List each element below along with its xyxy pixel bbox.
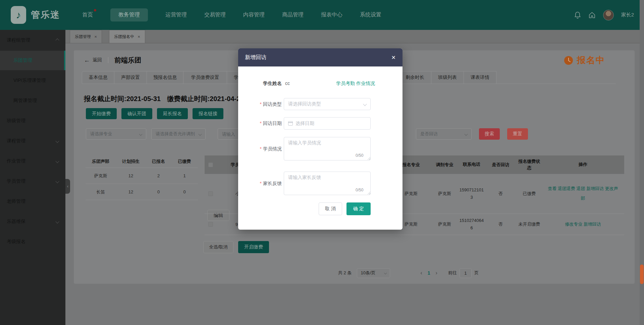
- situation-label: *学员情况: [238, 137, 282, 160]
- bell-icon[interactable]: [574, 11, 581, 19]
- sidebar-item-teacher-mgmt[interactable]: 老师管理: [0, 192, 65, 211]
- chevron-down-icon: [55, 159, 59, 163]
- next-page-button[interactable]: ›: [432, 270, 441, 276]
- home-icon[interactable]: [588, 11, 596, 19]
- tab-schedule-detail[interactable]: 课表详情: [464, 71, 496, 84]
- adjust-select[interactable]: 请选择是否允许调剂: [151, 128, 206, 140]
- student-name-label: 学生姓名: [238, 81, 282, 87]
- table-row[interactable]: 萨克斯 12 2 1: [86, 168, 198, 184]
- sidebar: 课程组管理 乐团管理 VIP/乐理课管理 网管课管理 班级管理 课程管理 作业管…: [0, 30, 65, 325]
- per-page-select[interactable]: 10条/页: [357, 268, 390, 278]
- deadline-text: 报名截止时间:2021-05-31 缴费截止时间:2021-04-24: [84, 94, 249, 103]
- nav-item-home[interactable]: 首页: [82, 8, 93, 21]
- feedback-counter: 0/50: [356, 188, 363, 192]
- confirm-button[interactable]: 确 定: [346, 202, 371, 215]
- chevron-down-icon: [55, 220, 59, 223]
- close-icon[interactable]: ✕: [391, 54, 396, 61]
- tab-class-list[interactable]: 班级列表: [431, 71, 464, 84]
- pagination: 共 2 条 10条/页 ‹ 1 › 前往 页: [338, 268, 627, 278]
- pay-deadline: 缴费截止时间:2021-04-24: [167, 95, 244, 102]
- sections-table: 乐团声部 计划招生 已报名 已缴费 萨克斯 12 2 1 长笛 12 0 0: [86, 155, 198, 200]
- search-button[interactable]: 搜索: [479, 128, 500, 140]
- reset-button[interactable]: 重置: [507, 128, 528, 140]
- sidebar-item-online-course[interactable]: 网管课管理: [0, 91, 65, 110]
- sidebar-item-instrument-maint[interactable]: 乐器维保: [0, 212, 65, 231]
- row-action-links[interactable]: 查看 退团退费 退团 新增回访 更改声部: [542, 184, 624, 203]
- open-tab-orchestra-signup[interactable]: 乐团报名中 ✕: [109, 30, 145, 43]
- main-nav: 首页 教务管理 运营管理 交易管理 内容管理 商品管理 报表中心 系统设置: [82, 0, 399, 30]
- current-page[interactable]: 1: [426, 270, 432, 276]
- nav-item-reports[interactable]: 报表中心: [321, 8, 342, 21]
- student-name-value: cc: [285, 81, 290, 86]
- row-checkbox[interactable]: [208, 222, 213, 227]
- cancel-button[interactable]: 取 消: [319, 202, 342, 215]
- nav-item-settings[interactable]: 系统设置: [360, 8, 381, 21]
- app-logo-text: 管乐迷: [31, 9, 60, 21]
- visit-date-picker[interactable]: 选择日期: [284, 117, 371, 130]
- visit-select[interactable]: 是否回访: [416, 128, 472, 140]
- user-name[interactable]: 家长2: [621, 12, 634, 18]
- signup-deadline: 报名截止时间:2021-05-31: [84, 95, 161, 102]
- chevron-down-icon: [55, 179, 59, 183]
- app-logo-icon: ♪: [11, 6, 26, 24]
- confirm-open-button[interactable]: 确认开团: [121, 108, 152, 119]
- open-payment-button[interactable]: 开启缴费: [238, 241, 269, 253]
- goto-page-input[interactable]: [460, 268, 472, 278]
- clock-icon: [564, 56, 573, 65]
- sidebar-item-student-mgmt[interactable]: 学员管理: [0, 172, 65, 191]
- chevron-down-icon: [55, 139, 59, 143]
- visit-type-label: *回访类型: [238, 98, 282, 110]
- avatar[interactable]: [603, 10, 614, 20]
- feedback-label: *家长反馈: [238, 172, 282, 195]
- modal-title: 新增回访: [245, 54, 266, 61]
- back-button[interactable]: 返回: [93, 57, 102, 63]
- situation-counter: 0/50: [356, 153, 363, 158]
- tab-section-setup[interactable]: 声部设置: [114, 71, 147, 84]
- signup-link-button[interactable]: 报名链接: [193, 108, 223, 119]
- divider: [108, 57, 108, 63]
- scrollbar-thumb[interactable]: [640, 265, 644, 284]
- tab-remaining-time[interactable]: 剩余时长: [399, 71, 431, 84]
- close-tab-icon[interactable]: ✕: [138, 35, 140, 39]
- sidebar-item-course-mgmt[interactable]: 课程管理: [0, 131, 65, 151]
- start-pay-button[interactable]: 开始缴费: [86, 108, 117, 119]
- nav-item-trade[interactable]: 交易管理: [204, 8, 226, 21]
- select-all-button[interactable]: 全选/取消: [203, 241, 233, 253]
- nav-item-academic[interactable]: 教务管理: [110, 8, 148, 21]
- sidebar-item-homework-mgmt[interactable]: 作业管理: [0, 151, 65, 171]
- scrollbar-track[interactable]: [640, 0, 644, 325]
- attendance-homework-links[interactable]: 学员考勤 作业情况: [336, 81, 375, 87]
- row-checkbox[interactable]: [208, 191, 213, 196]
- open-tab-orchestra-mgmt[interactable]: 乐团管理 ✕: [70, 30, 102, 43]
- visit-type-select[interactable]: 请选择回访类型: [284, 98, 371, 110]
- major-select[interactable]: 请选择专业: [86, 128, 146, 140]
- nav-item-goods[interactable]: 商品管理: [282, 8, 304, 21]
- sidebar-item-class-mgmt[interactable]: 班级管理: [0, 111, 65, 131]
- close-tab-icon[interactable]: ✕: [94, 35, 97, 39]
- back-arrow-icon[interactable]: ←: [84, 57, 90, 64]
- sidebar-item-orchestra-mgmt[interactable]: 乐团管理: [0, 51, 65, 70]
- sidebar-collapse-handle[interactable]: ‹: [65, 179, 70, 194]
- row-action-links[interactable]: 修改专业 新增回访: [542, 220, 624, 229]
- sidebar-item-vip-course[interactable]: VIP/乐理课管理: [0, 71, 65, 90]
- chevron-down-icon: [199, 132, 202, 136]
- tab-pre-signup[interactable]: 预报名信息: [147, 71, 183, 84]
- table-row[interactable]: 长笛 12 0 0: [86, 184, 198, 200]
- page-title: 前端乐团: [114, 56, 141, 65]
- goto-label: 前往: [448, 270, 457, 276]
- page-unit-label: 页: [474, 270, 479, 276]
- chevron-down-icon: [384, 272, 387, 274]
- prev-page-button[interactable]: ‹: [417, 270, 425, 276]
- status-badge: 报名中: [577, 54, 605, 66]
- calendar-icon: [288, 121, 293, 126]
- nav-item-operations[interactable]: 运营管理: [165, 8, 187, 21]
- sidebar-item-exam-signup[interactable]: 考级报名: [0, 232, 65, 251]
- chevron-up-icon: [55, 38, 59, 42]
- nav-item-content[interactable]: 内容管理: [243, 8, 265, 21]
- tab-payment-setup[interactable]: 学员缴费设置: [183, 71, 227, 84]
- select-all-checkbox[interactable]: [208, 162, 213, 167]
- chevron-down-icon: [139, 132, 143, 136]
- extend-signup-button[interactable]: 延长报名: [157, 108, 188, 119]
- tab-basic-info[interactable]: 基本信息: [82, 71, 114, 84]
- sidebar-group-course[interactable]: 课程组管理: [0, 31, 65, 50]
